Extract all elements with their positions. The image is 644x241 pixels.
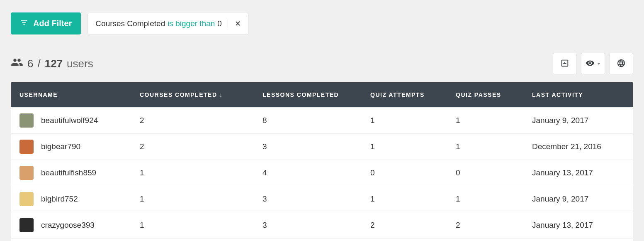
avatar [19, 140, 34, 154]
col-quiza-label: QUIZ ATTEMPTS [370, 91, 425, 98]
quiz-attempts-cell: 2 [362, 239, 447, 241]
col-quizp-label: QUIZ PASSES [456, 91, 501, 98]
user-count: 6 / 127 users [11, 56, 93, 71]
public-button[interactable] [609, 53, 633, 74]
count-unit: users [67, 57, 93, 70]
filter-toolbar: Add Filter Courses Completed is bigger t… [0, 0, 644, 43]
col-username[interactable]: USERNAME [11, 82, 131, 108]
quiz-attempts-cell: 1 [362, 186, 447, 212]
col-quiz-attempts[interactable]: QUIZ ATTEMPTS [362, 82, 447, 108]
col-username-label: USERNAME [19, 91, 58, 98]
avatar [19, 166, 34, 180]
lessons-cell: 7 [254, 239, 362, 241]
filter-icon [20, 18, 28, 29]
add-filter-button[interactable]: Add Filter [11, 12, 81, 34]
courses-cell: 1 [131, 160, 254, 186]
username-cell: beautifulwolf924 [41, 116, 98, 125]
visibility-button[interactable] [581, 53, 605, 74]
courses-cell: 2 [131, 108, 254, 134]
username-cell: crazygoose393 [41, 221, 95, 230]
table-row[interactable]: bigbear7902311December 21, 2016 [11, 134, 633, 160]
col-courses-completed[interactable]: COURSES COMPLETED ↓ [131, 82, 254, 108]
lessons-cell: 4 [254, 160, 362, 186]
lessons-cell: 8 [254, 108, 362, 134]
chevron-down-icon [597, 63, 600, 65]
lessons-cell: 3 [254, 134, 362, 160]
quiz-passes-cell: 1 [447, 108, 524, 134]
lessons-cell: 3 [254, 186, 362, 212]
count-separator: / [37, 57, 40, 70]
table-row[interactable]: lazytiger3371721January 13, 2017 [11, 239, 633, 241]
sort-desc-icon: ↓ [219, 91, 223, 98]
last-activity-cell: December 21, 2016 [524, 134, 633, 160]
courses-cell: 1 [131, 186, 254, 212]
quiz-attempts-cell: 2 [362, 212, 447, 239]
table-row[interactable]: bigbird7521311January 9, 2017 [11, 186, 633, 212]
add-filter-label: Add Filter [33, 19, 72, 28]
avatar [19, 218, 34, 232]
quiz-attempts-cell: 1 [362, 134, 447, 160]
quiz-passes-cell: 2 [447, 212, 524, 239]
table-row[interactable]: beautifulwolf9242811January 9, 2017 [11, 108, 633, 134]
filter-value: 0 [217, 19, 222, 28]
username-cell: bigbird752 [41, 194, 78, 204]
open-external-button[interactable] [553, 53, 577, 74]
courses-cell: 1 [131, 212, 254, 239]
last-activity-cell: January 13, 2017 [524, 239, 633, 241]
total-count: 127 [45, 57, 63, 70]
col-lessons-completed[interactable]: LESSONS COMPLETED [254, 82, 362, 108]
quiz-passes-cell: 1 [447, 134, 524, 160]
quiz-passes-cell: 1 [447, 186, 524, 212]
table-header-row: USERNAME COURSES COMPLETED ↓ LESSONS COM… [11, 82, 633, 108]
globe-icon [617, 59, 626, 69]
courses-cell: 1 [131, 239, 254, 241]
filter-operator: is bigger than [168, 19, 215, 28]
col-quiz-passes[interactable]: QUIZ PASSES [447, 82, 524, 108]
table-actions [553, 53, 633, 74]
last-activity-cell: January 13, 2017 [524, 212, 633, 239]
filter-field: Courses Completed [95, 19, 165, 28]
col-courses-label: COURSES COMPLETED [140, 91, 217, 98]
open-in-new-icon [560, 59, 569, 69]
lessons-cell: 3 [254, 212, 362, 239]
avatar [19, 113, 34, 128]
quiz-attempts-cell: 1 [362, 108, 447, 134]
avatar [19, 192, 34, 206]
eye-icon [586, 59, 595, 69]
users-table: USERNAME COURSES COMPLETED ↓ LESSONS COM… [11, 82, 633, 241]
username-cell: bigbear790 [41, 142, 80, 151]
table-row[interactable]: beautifulfish8591400January 13, 2017 [11, 160, 633, 186]
quiz-passes-cell: 1 [447, 239, 524, 241]
quiz-attempts-cell: 0 [362, 160, 447, 186]
filter-divider [228, 19, 228, 28]
col-last-label: LAST ACTIVITY [532, 91, 583, 98]
username-cell: beautifulfish859 [41, 168, 96, 177]
summary-row: 6 / 127 users [0, 43, 644, 82]
col-lessons-label: LESSONS COMPLETED [262, 91, 339, 98]
last-activity-cell: January 13, 2017 [524, 160, 633, 186]
people-icon [11, 56, 23, 71]
col-last-activity[interactable]: LAST ACTIVITY [524, 82, 633, 108]
last-activity-cell: January 9, 2017 [524, 186, 633, 212]
table-row[interactable]: crazygoose3931322January 13, 2017 [11, 212, 633, 239]
filtered-count: 6 [27, 57, 33, 70]
active-filter-chip[interactable]: Courses Completed is bigger than 0 ✕ [87, 13, 249, 34]
last-activity-cell: January 9, 2017 [524, 108, 633, 134]
remove-filter-icon[interactable]: ✕ [235, 20, 241, 27]
courses-cell: 2 [131, 134, 254, 160]
quiz-passes-cell: 0 [447, 160, 524, 186]
